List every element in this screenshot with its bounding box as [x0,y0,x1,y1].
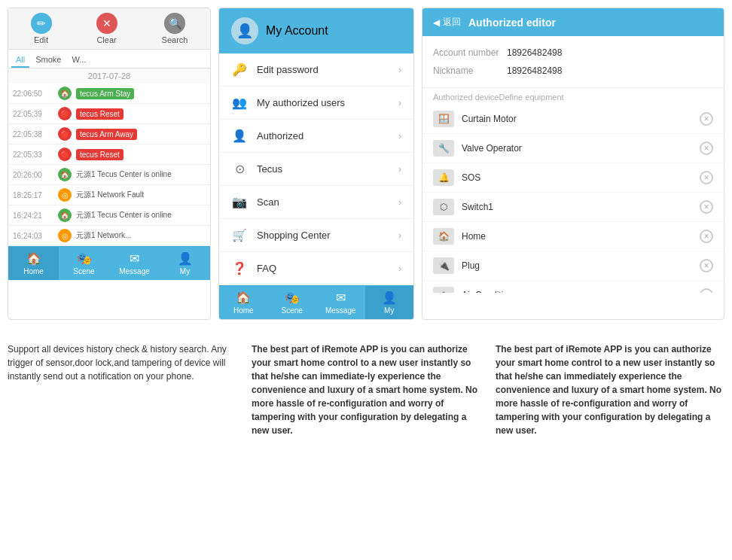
panel2-username: My Account [266,24,328,38]
device-row: ❄Air Condition× [422,281,724,293]
menu-item-label: Tecus [257,163,389,175]
device-remove-button[interactable]: × [700,288,713,293]
history-panel: ✏ Edit ✕ Clear 🔍 Search All Smoke W... 2… [8,8,211,320]
event-time: 22:05:33 [13,151,53,159]
panel1-bottom-nav: 🏠Home🎭Scene✉Message👤My [8,246,210,280]
back-label: 返回 [443,16,461,29]
nav-label-message: Message [119,267,150,275]
menu-item-label: Authorized [257,130,389,142]
back-button[interactable]: ◀ 返回 [433,16,461,29]
p2-nav-label-scene: Scene [282,306,303,315]
device-name: SOS [462,172,692,183]
tab-all[interactable]: All [11,53,29,68]
device-row: ⬡Switch1× [422,193,724,222]
device-remove-button[interactable]: × [700,142,713,155]
event-time: 18:25:17 [13,191,53,199]
avatar: 👤 [231,17,258,44]
date-header: 2017-07-28 [8,68,210,84]
p2-nav-item-scene[interactable]: 🎭Scene [268,286,317,319]
device-icon: ❄ [433,287,454,293]
home-icon: 🏠 [26,251,41,266]
event-row: 20:26:00🏠元源1 Tecus Center is online [8,165,210,185]
device-remove-button[interactable]: × [700,112,713,126]
menu-item-faq[interactable]: ❓FAQ› [219,252,413,285]
menu-item-scan[interactable]: 📷Scan› [219,186,413,219]
event-row: 22:05:38🔴tecus Arm Away [8,124,210,145]
desc1-bold: Support all devices history check & hist… [8,344,206,355]
event-dot: 🏠 [58,208,72,222]
scene-icon: 🎭 [77,251,92,266]
device-icon: 🔧 [433,140,454,157]
event-badge: tecus Reset [76,149,124,160]
menu-panel: 👤 My Account 🔑Edit password›👥My authoriz… [218,8,414,320]
menu-item-shopping-center[interactable]: 🛒Shopping Center› [219,219,413,252]
desc1-text: Support all devices history check & hist… [8,342,236,383]
nickname-row: Nickname 18926482498 [433,62,713,80]
device-icon: 🏠 [433,228,454,245]
p2-nav-item-my[interactable]: 👤My [365,286,414,319]
desc3-text: The best part of iRemote APP is you can … [496,342,724,437]
account-info: Account number 18926482498 Nickname 1892… [422,36,724,88]
menu-item-tecus[interactable]: ⊙Tecus› [219,153,413,186]
menu-item-my-authorized-users[interactable]: 👥My authorized users› [219,87,413,120]
tab-bar: All Smoke W... [8,50,210,68]
menu-list: 🔑Edit password›👥My authorized users›👤Aut… [219,53,413,285]
event-time: 22:05:38 [13,130,53,138]
event-list: 22:06:50🏠tecus Arm Stay22:05:39🔴tecus Re… [8,84,210,246]
device-remove-button[interactable]: × [700,200,713,214]
description-col-2: The best part of iRemote APP is you can … [252,342,480,437]
device-remove-button[interactable]: × [700,171,713,184]
device-name: Home [462,231,692,242]
event-row: 22:05:39🔴tecus Reset [8,104,210,124]
menu-item-authorized[interactable]: 👤Authorized› [219,120,413,153]
device-name: Plug [462,260,692,271]
device-remove-button[interactable]: × [700,230,713,243]
description-col-3: The best part of iRemote APP is you can … [496,342,724,437]
description-col-1: Support all devices history check & hist… [8,342,236,437]
device-icon: 🔌 [433,257,454,274]
panel2-bottom-nav: 🏠Home🎭Scene✉Message👤My [219,285,413,319]
menu-arrow-icon: › [398,164,401,175]
main-container: ✏ Edit ✕ Clear 🔍 Search All Smoke W... 2… [0,0,732,452]
menu-item-icon: 📷 [231,195,248,209]
nav-label-scene: Scene [73,267,94,275]
menu-item-label: Edit password [257,64,389,75]
nickname-value: 18926482498 [507,65,562,76]
device-icon: 🪟 [433,111,454,127]
event-badge: tecus Arm Away [76,129,137,140]
device-name: Valve Operator [462,143,692,154]
search-label: Search [162,35,188,44]
menu-arrow-icon: › [398,263,401,274]
device-remove-button[interactable]: × [700,259,713,272]
nav-item-message[interactable]: ✉Message [109,247,160,280]
event-time: 16:24:21 [13,212,53,220]
event-dot: ◎ [58,188,72,202]
tab-smoke[interactable]: Smoke [31,53,66,68]
p2-nav-label-message: Message [325,306,356,315]
panel2-header: 👤 My Account [219,8,413,53]
description-row: Support all devices history check & hist… [8,335,724,445]
event-time: 16:24:03 [13,232,53,240]
tab-w[interactable]: W... [67,53,90,68]
top-row: ✏ Edit ✕ Clear 🔍 Search All Smoke W... 2… [8,8,724,320]
menu-arrow-icon: › [398,131,401,142]
event-dot: 🏠 [58,87,72,100]
menu-item-icon: ⊙ [231,162,248,176]
menu-item-edit-password[interactable]: 🔑Edit password› [219,53,413,87]
menu-item-label: FAQ [257,263,389,274]
menu-item-label: My authorized users [257,97,389,108]
device-icon: ⬡ [433,199,454,215]
p2-nav-item-message[interactable]: ✉Message [316,286,365,319]
clear-button[interactable]: ✕ Clear [96,13,117,44]
nav-item-scene[interactable]: 🎭Scene [59,247,109,280]
device-row: 🔧Valve Operator× [422,134,724,163]
authorized-editor-panel: ◀ 返回 Authorized editor Account number 18… [422,8,724,320]
event-row: 16:24:03◎元源1 Network... [8,226,210,246]
edit-button[interactable]: ✏ Edit [31,13,52,44]
menu-item-icon: 🛒 [231,228,248,242]
search-button[interactable]: 🔍 Search [162,13,188,44]
p2-nav-item-home[interactable]: 🏠Home [219,286,268,319]
event-time: 22:06:50 [13,90,53,98]
nav-item-home[interactable]: 🏠Home [8,247,59,280]
nav-item-my[interactable]: 👤My [160,247,210,280]
